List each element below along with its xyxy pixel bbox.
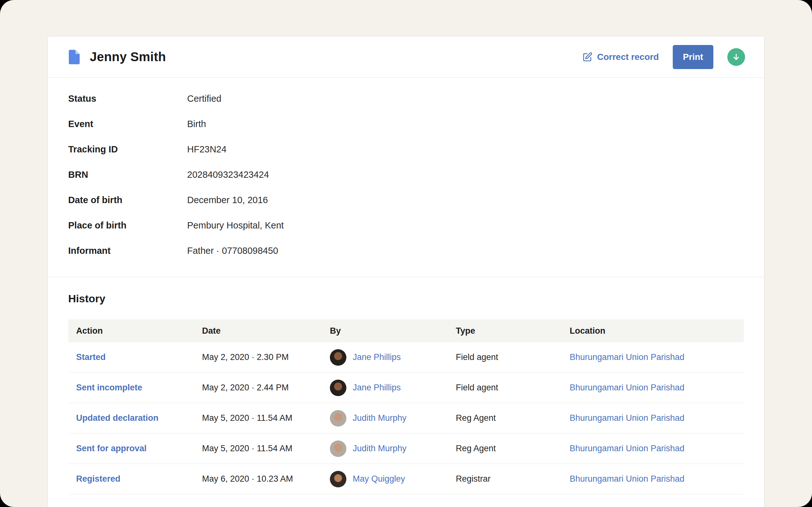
column-header-date: Date [194,326,322,336]
location-link[interactable]: Bhurungamari Union Parishad [570,383,684,392]
detail-row-event: Event Birth [68,111,744,136]
date-cell: May 5, 2020 · 11.54 AM [194,444,322,453]
date-cell: May 2, 2020 · 2.30 PM [194,352,322,362]
type-cell: Registrar [448,474,562,484]
record-header-actions: Correct record Print [582,45,745,69]
history-title: History [68,292,744,305]
record-header: Jenny Smith Correct record Print [48,37,764,78]
detail-label: Status [68,94,187,104]
history-table: Action Date By Type Location Started May… [68,320,744,494]
column-header-type: Type [448,326,562,336]
user-link[interactable]: Judith Murphy [353,413,407,423]
user-link[interactable]: May Quiggley [353,474,405,484]
detail-label: BRN [68,170,187,180]
type-cell: Reg Agent [448,444,562,453]
record-header-left: Jenny Smith [68,50,166,64]
type-cell: Field agent [448,383,562,393]
table-row: Sent for approval May 5, 2020 · 11.54 AM… [68,434,744,464]
type-cell: Field agent [448,352,562,362]
detail-value: Certified [187,94,221,104]
date-cell: May 5, 2020 · 11.54 AM [194,413,322,423]
detail-value: Father · 07708098450 [187,245,278,256]
detail-label: Informant [68,245,187,256]
detail-row-informant: Informant Father · 07708098450 [68,238,744,263]
screen-background: Jenny Smith Correct record Print [0,0,812,507]
detail-row-tracking-id: Tracking ID HF23N24 [68,136,744,162]
user-link[interactable]: Judith Murphy [353,444,407,453]
action-link[interactable]: Updated declaration [76,413,159,423]
history-section: History Action Date By Type Location Sta… [48,277,764,494]
action-link[interactable]: Sent for approval [76,444,147,453]
action-link[interactable]: Sent incomplete [76,383,142,392]
detail-label: Place of birth [68,220,187,231]
location-link[interactable]: Bhurungamari Union Parishad [570,474,684,484]
detail-row-date-of-birth: Date of birth December 10, 2016 [68,187,744,213]
detail-value: 2028409323423424 [187,170,269,180]
correct-record-button[interactable]: Correct record [582,52,659,62]
history-table-header: Action Date By Type Location [68,320,744,342]
avatar [330,471,346,487]
user-link[interactable]: Jane Phillips [353,352,401,362]
table-row: Sent incomplete May 2, 2020 · 2.44 PM Ja… [68,373,744,403]
type-cell: Reg Agent [448,413,562,423]
date-cell: May 6, 2020 · 10.23 AM [194,474,322,484]
detail-row-status: Status Certified [68,86,744,111]
arrow-down-icon [732,53,741,61]
date-cell: May 2, 2020 · 2.44 PM [194,383,322,393]
column-header-by: By [322,326,448,336]
detail-value: Pembury Hospital, Kent [187,220,284,231]
record-card: Jenny Smith Correct record Print [48,36,764,507]
table-row: Updated declaration May 5, 2020 · 11.54 … [68,403,744,434]
detail-label: Date of birth [68,195,187,205]
detail-value: HF23N24 [187,144,226,155]
detail-row-brn: BRN 2028409323423424 [68,162,744,187]
print-button[interactable]: Print [673,45,713,69]
detail-value: Birth [187,119,206,129]
avatar [330,441,346,457]
avatar [330,410,346,427]
location-link[interactable]: Bhurungamari Union Parishad [570,413,684,423]
avatar [330,349,346,366]
location-link[interactable]: Bhurungamari Union Parishad [570,444,684,453]
download-button[interactable] [727,48,745,66]
column-header-action: Action [68,326,194,336]
detail-row-place-of-birth: Place of birth Pembury Hospital, Kent [68,213,744,238]
location-link[interactable]: Bhurungamari Union Parishad [570,352,684,362]
user-link[interactable]: Jane Phillips [353,383,401,393]
table-row: Registered May 6, 2020 · 10.23 AM May Qu… [68,464,744,494]
action-link[interactable]: Registered [76,474,120,484]
edit-icon [582,52,593,62]
action-link[interactable]: Started [76,352,106,362]
detail-label: Tracking ID [68,144,187,155]
avatar [330,380,346,396]
correct-record-label: Correct record [597,52,659,62]
column-header-location: Location [562,326,744,336]
table-row: Started May 2, 2020 · 2.30 PM Jane Phill… [68,342,744,373]
record-details: Status Certified Event Birth Tracking ID… [48,78,764,277]
page-title: Jenny Smith [90,50,166,64]
detail-label: Event [68,119,187,129]
detail-value: December 10, 2016 [187,195,268,205]
document-icon [68,50,80,64]
